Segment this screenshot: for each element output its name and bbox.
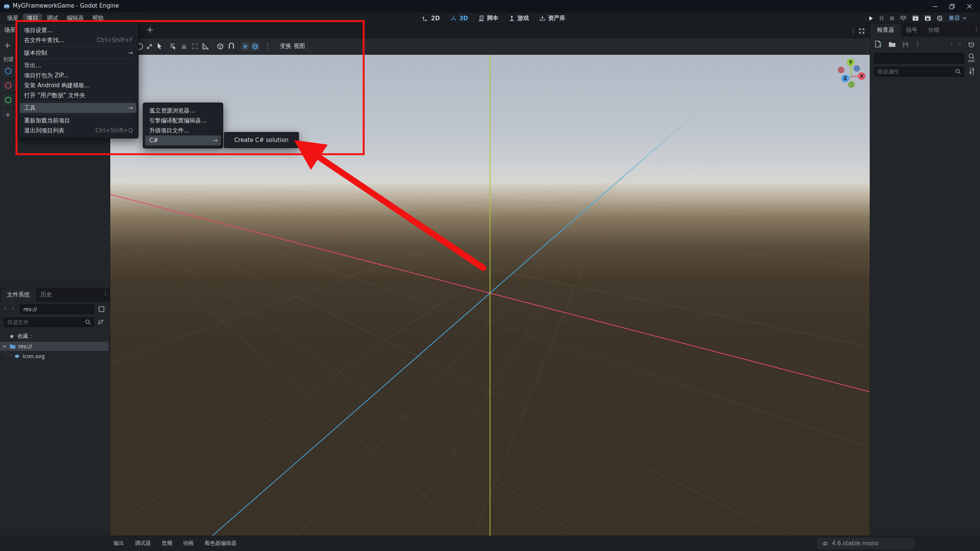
project-menu-item-0[interactable]: 项目设置... — [18, 25, 138, 35]
list-select-icon[interactable] — [170, 43, 177, 50]
local-coords-icon[interactable] — [217, 43, 224, 50]
tools-menu-item-2[interactable]: 升级项目文件... — [143, 126, 223, 135]
project-menu-item-13[interactable]: 退出到项目列表Ctrl+Shift+Q — [18, 126, 138, 135]
bottom-tab-0[interactable]: 输出 — [113, 540, 124, 547]
history-back-icon[interactable]: ‹ — [4, 304, 7, 312]
sort-icon[interactable] — [98, 319, 105, 325]
csharp-menu-item-0[interactable]: Create C# solution — [224, 135, 299, 145]
tab-2d[interactable]: 2D — [422, 15, 440, 22]
favorites-label: 收藏： — [17, 333, 33, 340]
close-button[interactable] — [962, 0, 977, 13]
restore-button[interactable] — [944, 0, 960, 13]
tab-filesystem[interactable]: 文件系统 — [1, 288, 36, 302]
play-scene-button[interactable] — [912, 15, 919, 21]
tools-menu-item-1[interactable]: 引擎编译配置编辑器... — [143, 116, 223, 126]
tab-signals[interactable]: 信号 — [906, 26, 917, 34]
tab-game[interactable]: 游戏 — [509, 15, 529, 22]
tab-history[interactable]: 历史 — [41, 291, 52, 298]
bottom-tab-1[interactable]: 调试器 — [135, 540, 151, 547]
new-resource-icon[interactable] — [874, 41, 882, 48]
tab-scene-label: 场景 — [4, 26, 16, 34]
project-menu-item-3[interactable]: 版本控制→ — [18, 48, 138, 58]
lock-node-icon[interactable] — [181, 43, 188, 50]
doc-search-icon[interactable]: DOC — [967, 53, 976, 63]
menu-bar-item-4[interactable]: 帮助 — [88, 14, 108, 23]
project-menu-item-8[interactable]: 打开 “用户数据” 文件夹 — [18, 90, 138, 100]
ruler-mode-icon[interactable] — [202, 43, 209, 50]
split-view-icon[interactable] — [98, 306, 105, 312]
tools-menu-item-0[interactable]: 孤立资源浏览器... — [143, 106, 223, 116]
chevron-expand-icon[interactable] — [3, 345, 7, 348]
history-forward-icon[interactable]: › — [11, 304, 14, 312]
pause-button[interactable] — [879, 16, 884, 21]
menu-bar-item-0[interactable]: 场景 — [3, 14, 22, 23]
gizmo-neg-x-ball[interactable] — [838, 67, 844, 73]
scale-mode-icon[interactable] — [146, 43, 153, 50]
scene-tabs-menu-dots-icon[interactable]: ⋮ — [850, 28, 856, 34]
view-options-dots-icon[interactable]: ⋮ — [264, 42, 271, 49]
viewport-3d[interactable]: Y X Z — [110, 55, 870, 536]
menu-bar-item-3[interactable]: 编辑器 — [63, 14, 88, 23]
save-resource-icon[interactable] — [902, 41, 909, 48]
tab-assetlib[interactable]: 资产库 — [539, 15, 565, 22]
inspector-forward-icon[interactable]: › — [959, 40, 961, 48]
play-button[interactable] — [868, 16, 874, 21]
resource-options-dots-icon[interactable]: ⋮ — [915, 41, 921, 47]
load-resource-folder-icon[interactable] — [889, 41, 896, 47]
movie-maker-button[interactable] — [937, 15, 943, 21]
stop-button[interactable] — [890, 16, 894, 21]
favorites-row[interactable]: ★ 收藏： — [0, 332, 110, 341]
filter-properties-input[interactable] — [874, 67, 964, 77]
menu-separator — [23, 101, 133, 102]
history-icon[interactable] — [968, 41, 975, 48]
new-scene-tab-button[interactable]: + — [146, 24, 154, 34]
project-menu-item-12[interactable]: 重新加载当前项目 — [18, 116, 138, 126]
filter-files-input[interactable] — [4, 317, 94, 327]
gizmo-neg-y-ball[interactable] — [848, 82, 855, 88]
menu-item-label: 导出... — [24, 62, 41, 69]
add-node-button[interactable]: + — [4, 41, 11, 50]
play-custom-scene-button[interactable] — [924, 15, 931, 21]
bottom-tab-4[interactable]: 着色器编辑器 — [204, 540, 237, 547]
bottom-tab-2[interactable]: 音频 — [162, 540, 172, 547]
menu-bar-item-1[interactable]: 项目 — [23, 14, 42, 23]
preview-sunlight-toggle[interactable] — [240, 42, 250, 51]
view-menu[interactable]: 视图 — [291, 41, 307, 51]
tree-row-root[interactable]: res:// — [0, 342, 108, 351]
menu-bar-item-2[interactable]: 调试 — [43, 14, 62, 23]
menu-item-label: 项目设置... — [24, 27, 52, 34]
group-node-icon[interactable] — [191, 43, 198, 50]
tab-groups[interactable]: 分组 — [928, 26, 939, 34]
inspector-back-icon[interactable]: ‹ — [950, 40, 953, 48]
context-switcher: 2D 3D 脚本 — [422, 13, 565, 24]
path-input[interactable] — [20, 304, 94, 314]
gizmo-neg-z-ball[interactable] — [854, 65, 860, 72]
project-menu-item-5[interactable]: 导出... — [18, 60, 138, 70]
project-menu-item-1[interactable]: 在文件中查找...Ctrl+Shift+F — [18, 35, 138, 45]
menu-separator — [23, 114, 133, 114]
minimize-button[interactable] — [928, 0, 943, 13]
bottom-tab-3[interactable]: 动画 — [183, 540, 194, 547]
inspector-menu-dots-icon[interactable]: ⋮ — [973, 26, 979, 32]
project-menu-item-6[interactable]: 项目打包为 ZIP... — [18, 70, 138, 80]
renderer-dropdown[interactable]: 兼容 — [949, 15, 967, 22]
project-menu-item-7[interactable]: 安装 Android 构建模板... — [18, 80, 138, 90]
preview-environment-toggle[interactable] — [250, 42, 260, 51]
filesystem-menu-dots-icon[interactable]: ⋮ — [103, 290, 108, 296]
title-bar: MyGFrameworkGame - Godot Engine — [0, 0, 980, 13]
tab-inspector[interactable]: 检查器 — [870, 24, 901, 37]
tab-script[interactable]: 脚本 — [479, 15, 498, 22]
tools-menu-item-3[interactable]: C#→ — [145, 135, 221, 145]
expand-viewport-icon[interactable] — [859, 28, 865, 34]
search-icon — [85, 319, 91, 325]
project-menu-item-10[interactable]: 工具→ — [20, 103, 136, 113]
tree-row-file[interactable]: icon.svg — [0, 352, 110, 361]
menu-item-label: Create C# solution — [234, 137, 289, 143]
select-mode-icon[interactable] — [156, 42, 163, 50]
inspector-tools-icon[interactable] — [969, 67, 975, 76]
remote-debug-button[interactable] — [900, 15, 906, 21]
tab-3d[interactable]: 3D — [450, 15, 468, 22]
snap-magnet-icon[interactable] — [228, 43, 235, 50]
csharp-submenu-popup: Create C# solution — [224, 132, 299, 148]
version-badge[interactable]: 4.6.stable.mono — [817, 538, 915, 549]
